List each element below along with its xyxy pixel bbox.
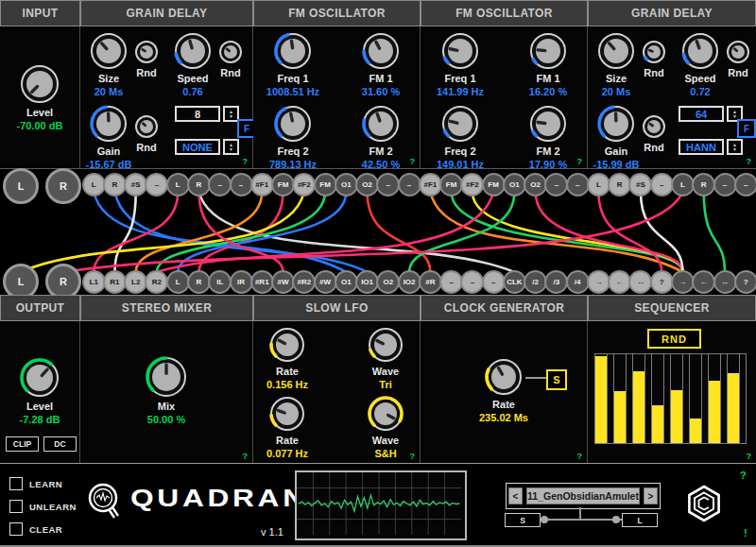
grain-count-value[interactable]: 8 xyxy=(175,106,220,122)
patch-jack[interactable]: ↔ xyxy=(713,270,737,294)
help-link[interactable]: ? xyxy=(577,452,583,461)
patch-jack[interactable]: – xyxy=(482,270,506,294)
lfo1-wave-knob[interactable]: WaveTri xyxy=(352,326,419,390)
patch-jack[interactable]: – xyxy=(398,173,421,197)
patch-jack[interactable]: – xyxy=(208,173,232,197)
patch-jack[interactable]: L xyxy=(166,270,190,294)
patch-jack[interactable]: O2 xyxy=(524,173,547,197)
sync-button[interactable]: S xyxy=(546,369,567,390)
lfo2-rate-knob[interactable]: Rate0.077 Hz xyxy=(254,395,320,459)
patch-jack[interactable]: IO1 xyxy=(355,270,379,294)
fm2-knob[interactable]: FM 217.90 % xyxy=(515,104,581,170)
patch-jack[interactable]: – xyxy=(544,173,568,197)
sequencer-steps[interactable] xyxy=(595,353,747,444)
patch-jack[interactable]: R2 xyxy=(145,270,168,294)
randomize-button[interactable]: RND xyxy=(647,329,701,349)
patch-jack[interactable]: #S xyxy=(628,173,652,197)
patch-jack[interactable]: IL xyxy=(208,270,232,294)
grain-count-select[interactable]: 64 ▲▼ xyxy=(679,106,743,122)
window-select[interactable]: HANN ▲▼ xyxy=(679,139,743,155)
patch-jack[interactable]: L xyxy=(166,173,190,197)
window-value[interactable]: HANN xyxy=(679,139,724,155)
grain-count-value[interactable]: 64 xyxy=(679,106,724,122)
patch-jack[interactable]: L xyxy=(3,168,39,204)
help-link[interactable]: ? xyxy=(410,452,416,461)
unlearn-checkbox[interactable] xyxy=(9,500,23,513)
patch-jack[interactable]: IR xyxy=(230,270,253,294)
stepper-down-icon[interactable]: ▼ xyxy=(229,147,233,152)
patch-jack[interactable]: /3 xyxy=(544,270,568,294)
freq1-knob[interactable]: Freq 11008.51 Hz xyxy=(260,31,326,97)
patch-jack[interactable]: O1 xyxy=(335,173,358,197)
sequencer-step[interactable] xyxy=(613,353,627,444)
patch-jack[interactable]: – xyxy=(650,173,674,197)
patch-jack[interactable]: R xyxy=(187,270,211,294)
learn-checkbox-row[interactable]: LEARN xyxy=(9,477,62,490)
stepper-icon[interactable]: ▲▼ xyxy=(223,139,239,155)
footer-help-link[interactable]: ? xyxy=(740,470,747,481)
clear-checkbox[interactable] xyxy=(9,522,23,536)
patch-jack[interactable]: R1 xyxy=(103,270,127,294)
clip-button[interactable]: CLIP xyxy=(6,436,39,452)
patch-jack[interactable]: #R xyxy=(419,270,442,294)
gain-rnd-knob[interactable]: Rnd xyxy=(128,113,165,153)
stepper-down-icon[interactable]: ▼ xyxy=(229,114,233,119)
stepper-down-icon[interactable]: ▼ xyxy=(732,114,737,119)
patch-jack[interactable]: R xyxy=(608,173,631,197)
patch-jack[interactable]: CLK xyxy=(503,270,526,294)
lfo2-wave-knob[interactable]: WaveS&H xyxy=(352,395,419,459)
patch-jack[interactable]: – xyxy=(460,270,484,294)
help-link[interactable]: ? xyxy=(243,452,249,461)
patch-jack[interactable]: O2 xyxy=(376,270,400,294)
patch-jack[interactable]: – xyxy=(376,173,400,197)
patch-jack[interactable]: FM xyxy=(439,173,463,197)
patch-jack[interactable]: – xyxy=(230,173,253,197)
patch-jack[interactable]: → xyxy=(671,270,695,294)
stepper-icon[interactable]: ▲▼ xyxy=(727,139,743,155)
patch-jack[interactable]: ? xyxy=(650,270,674,294)
patch-jack[interactable]: #F2 xyxy=(292,173,316,197)
patch-jack[interactable]: R xyxy=(692,173,715,197)
help-link[interactable]: ? xyxy=(243,157,249,166)
patch-jack[interactable]: #W xyxy=(271,270,295,294)
patch-jack[interactable]: – xyxy=(734,173,756,197)
window-select[interactable]: NONE ▲▼ xyxy=(175,139,239,155)
grain-count-select[interactable]: 8 ▲▼ xyxy=(175,106,239,122)
patch-jack[interactable]: ← xyxy=(608,270,631,294)
patch-jack[interactable]: #R2 xyxy=(292,270,316,294)
sequencer-step[interactable] xyxy=(727,353,740,444)
freq2-knob[interactable]: Freq 2149.01 Hz xyxy=(427,104,493,170)
patch-jack[interactable]: O2 xyxy=(355,173,379,197)
patch-jack[interactable]: ? xyxy=(734,270,756,294)
fm1-knob[interactable]: FM 116.20 % xyxy=(515,31,581,97)
clock-rate-knob[interactable]: Rate235.02 Ms xyxy=(471,357,537,423)
patch-jack[interactable]: R xyxy=(45,168,81,204)
patch-jack[interactable]: – xyxy=(713,173,737,197)
preset-next-button[interactable]: > xyxy=(644,487,658,504)
window-value[interactable]: NONE xyxy=(175,139,220,155)
input-level-knob[interactable]: Level-70.00 dB xyxy=(7,63,73,131)
freeze-button[interactable]: F xyxy=(737,119,756,138)
patch-jack[interactable]: FM xyxy=(482,173,506,197)
patch-jack[interactable]: – xyxy=(566,173,590,197)
freq1-knob[interactable]: Freq 1141.99 Hz xyxy=(427,31,493,97)
patch-jack[interactable]: FM xyxy=(271,173,295,197)
patch-jack[interactable]: R xyxy=(103,173,127,197)
patch-jack[interactable]: L1 xyxy=(82,270,106,294)
patch-jack[interactable]: – xyxy=(439,270,463,294)
preset-save-button[interactable]: S xyxy=(505,513,541,527)
patch-jack[interactable]: O1 xyxy=(503,173,526,197)
patch-jack[interactable]: #S xyxy=(124,173,147,197)
patch-jack[interactable]: ↔ xyxy=(628,270,652,294)
clear-checkbox-row[interactable]: CLEAR xyxy=(9,522,62,536)
patch-jack[interactable]: L xyxy=(587,173,610,197)
patch-jack[interactable]: L2 xyxy=(124,270,147,294)
patch-jack[interactable]: /2 xyxy=(524,270,547,294)
patch-jack[interactable]: /4 xyxy=(566,270,590,294)
output-level-knob[interactable]: Level-7.28 dB xyxy=(7,357,73,425)
help-link[interactable]: ? xyxy=(747,452,752,461)
fm2-knob[interactable]: FM 242.50 % xyxy=(348,104,414,170)
sequencer-step[interactable] xyxy=(708,353,721,444)
patch-jack[interactable]: #F1 xyxy=(419,173,442,197)
learn-checkbox[interactable] xyxy=(9,477,23,490)
